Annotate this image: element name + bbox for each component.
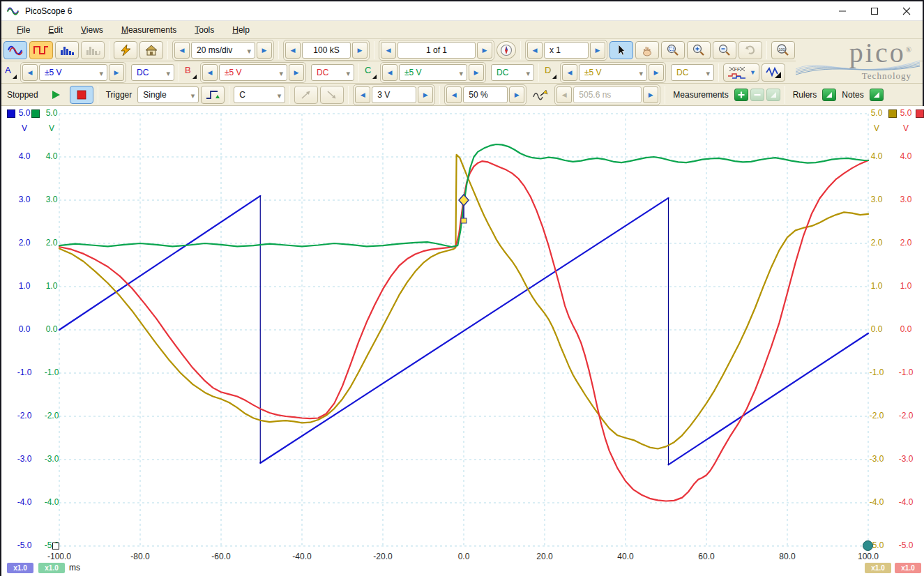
edit-measurement-button bbox=[766, 89, 780, 101]
separator bbox=[718, 63, 719, 82]
samples-decrease-button[interactable] bbox=[285, 42, 301, 59]
channel-a-label[interactable]: A bbox=[5, 65, 17, 80]
channel-a-range-select[interactable]: ±5 V bbox=[39, 64, 107, 81]
timebase-select[interactable]: 20 ms/div bbox=[191, 42, 255, 59]
channel-c-coupling-select[interactable]: DC bbox=[491, 64, 534, 81]
close-button[interactable] bbox=[891, 1, 923, 20]
trigger-level-diamond[interactable] bbox=[459, 195, 469, 206]
digital-inputs-icon: FF bbox=[727, 66, 748, 79]
channel-d-range-decrease[interactable] bbox=[562, 64, 577, 81]
rulers-button[interactable] bbox=[822, 89, 836, 101]
persistence-mode-button[interactable] bbox=[29, 41, 53, 59]
pre-trigger-decrease[interactable] bbox=[446, 86, 462, 103]
channel-D-axis-handle[interactable] bbox=[888, 109, 897, 118]
channel-c-range-select[interactable]: ±5 V bbox=[399, 64, 467, 81]
scope-view-button[interactable] bbox=[3, 41, 27, 59]
lightning-icon bbox=[119, 44, 132, 56]
channel-b-range-select[interactable]: ±5 V bbox=[219, 64, 287, 81]
zoom-decrease-button[interactable] bbox=[527, 42, 543, 59]
channel-a-range-increase[interactable] bbox=[109, 64, 124, 81]
channel-A-axis-handle[interactable] bbox=[7, 109, 15, 118]
channel-d-label[interactable]: D bbox=[545, 65, 556, 80]
spectrum-view-button[interactable] bbox=[55, 41, 79, 59]
y-tick-B: -2.0 bbox=[899, 411, 914, 420]
channel-d-coupling-select[interactable]: DC bbox=[671, 64, 714, 81]
samples-increase-button[interactable] bbox=[352, 42, 368, 59]
digital-inputs-button[interactable]: FF ▼ bbox=[723, 63, 759, 82]
pico-logo: pico® Technology bbox=[796, 40, 920, 83]
pre-trigger-input[interactable]: 50 % bbox=[463, 86, 508, 103]
trigger-toolbar: Stopped Trigger Single C bbox=[1, 84, 923, 106]
start-capture-button[interactable] bbox=[44, 86, 68, 104]
sine-wave-icon bbox=[7, 44, 24, 56]
minimize-button[interactable] bbox=[826, 1, 858, 20]
channel-b-label[interactable]: B bbox=[185, 65, 197, 80]
zoom-full-button[interactable]: 100 bbox=[771, 41, 795, 59]
channel-b-range-increase[interactable] bbox=[289, 64, 304, 81]
add-measurement-button[interactable] bbox=[734, 89, 748, 101]
buffer-previous-button[interactable] bbox=[381, 42, 396, 59]
buffer-next-button[interactable] bbox=[477, 42, 492, 59]
menu-file[interactable]: File bbox=[8, 23, 38, 37]
separator bbox=[98, 86, 98, 104]
probes-button[interactable] bbox=[762, 63, 785, 82]
scope-view[interactable]: 5.04.03.02.01.00.0-1.0-2.0-3.0-4.0-5.0V5… bbox=[1, 106, 924, 576]
trigger-source-select[interactable]: C bbox=[234, 86, 285, 103]
undo-arrow-icon bbox=[743, 44, 757, 56]
samples-input[interactable]: 100 kS bbox=[302, 42, 351, 59]
channel-c-range-increase[interactable] bbox=[469, 64, 484, 81]
notes-button[interactable] bbox=[870, 89, 884, 101]
channel-C-axis-handle[interactable] bbox=[31, 109, 40, 118]
y-tick-B: -3.0 bbox=[899, 454, 914, 464]
menu-tools[interactable]: Tools bbox=[186, 23, 222, 37]
zoom-out-button[interactable] bbox=[713, 41, 736, 59]
menu-measurements[interactable]: Measurements bbox=[113, 23, 185, 37]
menu-edit[interactable]: Edit bbox=[40, 23, 71, 37]
axis-origin-handle[interactable] bbox=[52, 543, 59, 550]
buffer-overview-button[interactable] bbox=[497, 41, 516, 59]
channel-a-coupling-select[interactable]: DC bbox=[131, 64, 174, 81]
waveform-A bbox=[260, 198, 668, 463]
channel-d-offset-indicator[interactable] bbox=[863, 540, 873, 551]
menu-help[interactable]: Help bbox=[224, 23, 258, 37]
timebase-increase-button[interactable] bbox=[257, 42, 272, 59]
zoom-increase-button[interactable] bbox=[590, 42, 605, 59]
trigger-edge-button[interactable] bbox=[201, 86, 225, 104]
y-unit-B: V bbox=[903, 123, 909, 133]
channel-B-axis-handle[interactable] bbox=[916, 109, 924, 118]
zoom-in-button[interactable] bbox=[687, 41, 711, 59]
buffer-position[interactable]: 1 of 1 bbox=[397, 42, 476, 59]
trigger-time-handle[interactable] bbox=[461, 218, 467, 223]
hand-tool-button[interactable] bbox=[635, 41, 659, 59]
stop-capture-button[interactable] bbox=[70, 86, 93, 104]
marquee-zoom-button[interactable] bbox=[661, 41, 685, 59]
trigger-level-input[interactable]: 3 V bbox=[372, 86, 416, 103]
channel-b-coupling-select[interactable]: DC bbox=[311, 64, 354, 81]
channel-d-range-increase[interactable] bbox=[649, 64, 664, 81]
x-tick-label: 40.0 bbox=[617, 552, 633, 561]
zoom-factor-input[interactable]: x 1 bbox=[544, 42, 589, 59]
y-tick-C: 3.0 bbox=[46, 195, 58, 204]
post-trigger-delay-button[interactable] bbox=[529, 86, 552, 104]
delay-increase[interactable] bbox=[643, 86, 658, 103]
zoom-in-icon bbox=[692, 44, 706, 56]
separator bbox=[358, 63, 359, 82]
channel-b-range-decrease[interactable] bbox=[202, 64, 218, 81]
channel-a-range-decrease[interactable] bbox=[22, 64, 38, 81]
auto-setup-button[interactable] bbox=[139, 41, 163, 59]
channel-c-label[interactable]: C bbox=[365, 65, 377, 80]
spectrum-disabled-button bbox=[81, 41, 105, 59]
menu-views[interactable]: Views bbox=[73, 23, 112, 37]
timebase-decrease-button[interactable] bbox=[174, 42, 190, 59]
maximize-button[interactable] bbox=[858, 1, 891, 20]
title-bar[interactable]: PicoScope 6 bbox=[1, 1, 923, 21]
pre-trigger-increase[interactable] bbox=[509, 86, 524, 103]
normal-selection-tool-button[interactable] bbox=[609, 41, 633, 59]
trigger-level-increase[interactable] bbox=[418, 86, 433, 103]
trigger-mode-select[interactable]: Single bbox=[137, 86, 199, 103]
channel-c-range-decrease[interactable] bbox=[382, 64, 397, 81]
channel-d-range-select[interactable]: ±5 V bbox=[579, 64, 647, 81]
delay-decrease-disabled bbox=[556, 86, 572, 103]
signal-generator-button[interactable] bbox=[114, 41, 137, 59]
trigger-level-decrease[interactable] bbox=[355, 86, 370, 103]
